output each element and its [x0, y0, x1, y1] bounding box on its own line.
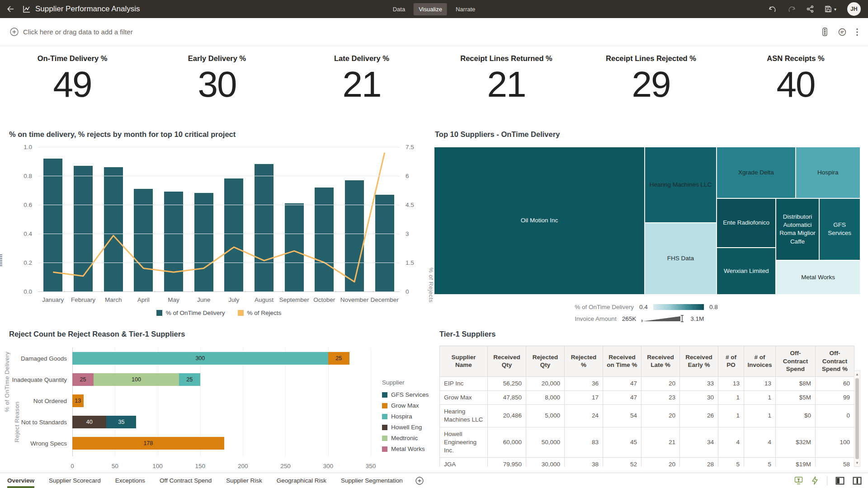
- table-cell[interactable]: 8,000: [526, 390, 565, 404]
- table-cell[interactable]: $19M: [776, 458, 816, 467]
- column-header[interactable]: Rejected %: [565, 346, 603, 377]
- table-cell[interactable]: Hearing Machines LLC: [440, 405, 488, 427]
- column-header[interactable]: Received Qty: [488, 346, 526, 377]
- table-row[interactable]: Grow Max47,8508,0001747233011$5M99: [440, 390, 854, 404]
- table-cell[interactable]: 13: [744, 376, 776, 390]
- redo-icon[interactable]: [788, 5, 796, 13]
- legend-item[interactable]: Grow Max: [382, 402, 429, 409]
- table-cell[interactable]: 5: [744, 458, 776, 467]
- table-cell[interactable]: 83: [565, 427, 603, 458]
- column-header[interactable]: Received on Time %: [603, 346, 642, 377]
- table-cell[interactable]: 33: [680, 376, 718, 390]
- bar-segment[interactable]: 100: [94, 373, 179, 386]
- table-row[interactable]: Howell Engineering Inc.60,00050,00083452…: [440, 427, 854, 458]
- left-panel-toggle-icon[interactable]: [835, 477, 844, 485]
- bar-segment[interactable]: 300: [72, 352, 328, 365]
- table-cell[interactable]: 47: [603, 390, 642, 404]
- canvas-properties-icon[interactable]: [821, 28, 828, 36]
- legend-item[interactable]: % of Rejects: [238, 310, 282, 316]
- table-cell[interactable]: 4: [718, 427, 744, 458]
- table-cell[interactable]: EIP Inc: [440, 376, 488, 390]
- mode-tab-data[interactable]: Data: [388, 3, 410, 15]
- column-header[interactable]: Off-Contract Spend %: [816, 346, 854, 377]
- present-mode-icon[interactable]: [794, 476, 803, 485]
- table-cell[interactable]: 79,950: [488, 458, 526, 467]
- scroll-up-icon[interactable]: ▲: [854, 372, 860, 376]
- table-cell[interactable]: 58: [816, 458, 854, 467]
- table-cell[interactable]: JGA: [440, 458, 488, 467]
- treemap-block[interactable]: Hearing Machines LLC: [645, 147, 717, 223]
- table-cell[interactable]: $32M: [776, 427, 816, 458]
- table-cell[interactable]: 38: [565, 458, 603, 467]
- table-cell[interactable]: 60,000: [488, 427, 526, 458]
- canvas-tab-supplier-scorecard[interactable]: Supplier Scorecard: [49, 473, 101, 488]
- table-cell[interactable]: 13: [718, 376, 744, 390]
- table-cell[interactable]: 56,250: [488, 376, 526, 390]
- table-cell[interactable]: 20,486: [488, 405, 526, 427]
- treemap-block[interactable]: Hospira: [796, 147, 860, 198]
- scroll-down-icon[interactable]: ▼: [854, 461, 860, 465]
- canvas-tab-overview[interactable]: Overview: [7, 473, 34, 488]
- canvas-tab-exceptions[interactable]: Exceptions: [115, 473, 145, 488]
- bar-segment[interactable]: 25: [328, 352, 349, 365]
- kpi-tile[interactable]: On-Time Delivery %49: [0, 48, 145, 117]
- table-cell[interactable]: 5,000: [526, 405, 565, 427]
- bar-segment[interactable]: 40: [72, 416, 106, 428]
- save-button[interactable]: ▾: [825, 5, 836, 13]
- treemap-block[interactable]: Wenxian Limited: [717, 248, 776, 295]
- table-cell[interactable]: 34: [680, 427, 718, 458]
- auto-insights-icon[interactable]: [811, 476, 819, 485]
- column-header[interactable]: Received Early %: [680, 346, 718, 377]
- panel-expand-handle[interactable]: [0, 254, 2, 266]
- bar-segment[interactable]: 25: [72, 373, 94, 386]
- treemap-block[interactable]: Distributori Automatici Roma Miglior Caf…: [776, 198, 819, 260]
- canvas-tab-geographical-risk[interactable]: Geographical Risk: [277, 473, 326, 488]
- table-cell[interactable]: 47: [603, 376, 642, 390]
- share-icon[interactable]: [807, 5, 814, 13]
- legend-item[interactable]: Medtronic: [382, 435, 429, 441]
- bar-segment[interactable]: 178: [72, 437, 224, 450]
- comments-icon[interactable]: [838, 28, 846, 36]
- table-cell[interactable]: 26: [680, 405, 718, 427]
- table-cell[interactable]: 1: [744, 390, 776, 404]
- column-header[interactable]: Off-Contract Spend: [776, 346, 816, 377]
- kpi-tile[interactable]: ASN Receipts %40: [723, 48, 868, 117]
- rejects-line-series[interactable]: [38, 147, 400, 291]
- table-cell[interactable]: 54: [603, 405, 642, 427]
- legend-item[interactable]: % of OnTime Delivery: [156, 310, 225, 316]
- back-button[interactable]: [0, 0, 21, 18]
- table-cell[interactable]: 47,850: [488, 390, 526, 404]
- kpi-tile[interactable]: Receipt Lines Returned %21: [434, 48, 579, 117]
- column-header[interactable]: # of PO: [718, 346, 744, 377]
- kpi-tile[interactable]: Late Delivery %21: [289, 48, 434, 117]
- add-filter-button[interactable]: Click here or drag data to add a filter: [10, 28, 133, 36]
- table-cell[interactable]: 50,000: [526, 427, 565, 458]
- legend-item[interactable]: GFS Services: [382, 391, 429, 398]
- table-cell[interactable]: 1: [718, 405, 744, 427]
- table-cell[interactable]: Grow Max: [440, 390, 488, 404]
- mode-tab-narrate[interactable]: Narrate: [451, 3, 480, 15]
- table-cell[interactable]: $0: [776, 405, 816, 427]
- legend-item[interactable]: Metal Works: [382, 446, 429, 452]
- column-header[interactable]: Supplier Name: [440, 346, 488, 377]
- scrollbar-thumb[interactable]: [855, 378, 859, 459]
- canvas-tab-supplier-risk[interactable]: Supplier Risk: [226, 473, 262, 488]
- table-cell[interactable]: $5M: [776, 390, 816, 404]
- canvas-tab-supplier-segmentation[interactable]: Supplier Segmentation: [341, 473, 403, 488]
- user-avatar[interactable]: JH: [847, 2, 861, 16]
- legend-item[interactable]: Howell Eng: [382, 424, 429, 431]
- table-cell[interactable]: 100: [816, 427, 854, 458]
- mode-tab-visualize[interactable]: Visualize: [414, 3, 447, 15]
- table-cell[interactable]: $8M: [776, 376, 816, 390]
- table-cell[interactable]: 20,000: [526, 376, 565, 390]
- canvas-tab-off-contract-spend[interactable]: Off Contract Spend: [160, 473, 212, 488]
- table-cell[interactable]: 23: [642, 390, 680, 404]
- table-cell[interactable]: 45: [603, 427, 642, 458]
- table-cell[interactable]: 36: [565, 376, 603, 390]
- treemap-block[interactable]: Oil Motion Inc: [434, 147, 645, 295]
- table-cell[interactable]: 28: [680, 458, 718, 467]
- table-row[interactable]: JGA79,95030,0003852202855$19M58: [440, 458, 854, 467]
- table-cell[interactable]: 21: [642, 427, 680, 458]
- table-row[interactable]: EIP Inc56,25020,000364720331313$8M60: [440, 376, 854, 390]
- treemap-block[interactable]: Xgrade Delta: [717, 147, 795, 198]
